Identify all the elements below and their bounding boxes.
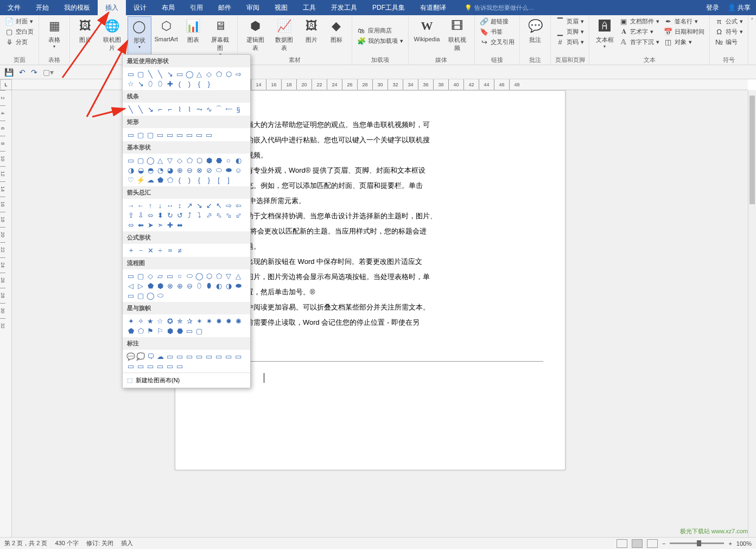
zoom-in-button[interactable]: + — [728, 540, 732, 547]
equation-button[interactable]: π公式 ▾ — [713, 16, 745, 26]
shape-item[interactable]: ↓ — [155, 200, 165, 210]
shape-item[interactable]: ○ — [224, 155, 233, 165]
shape-item[interactable]: ↘ — [194, 200, 204, 210]
shape-item[interactable]: ⬠ — [214, 69, 224, 79]
shape-item[interactable]: ☁ — [145, 175, 155, 185]
shape-item[interactable]: ▭ — [185, 351, 194, 361]
undo-button[interactable]: ↶ — [19, 68, 26, 77]
wordart-button[interactable]: 𝐀艺术字 ▾ — [618, 27, 661, 36]
shape-item[interactable]: ⬬ — [224, 165, 233, 175]
vertical-scrollbar[interactable] — [748, 90, 756, 537]
shape-item[interactable]: ⬌ — [175, 220, 185, 230]
shape-item[interactable]: ⬠ — [214, 271, 224, 281]
zoom-level[interactable]: 100% — [736, 540, 752, 547]
menu-templates[interactable]: 我的模板 — [56, 0, 98, 15]
shape-item[interactable]: ◁ — [126, 281, 136, 291]
shape-item[interactable]: ▭ — [165, 130, 175, 140]
shape-item[interactable]: ← — [136, 200, 145, 210]
shape-item[interactable]: ▭ — [175, 361, 185, 371]
shape-item[interactable]: ▭ — [204, 351, 214, 361]
menu-developer[interactable]: 开发工具 — [323, 0, 365, 15]
shape-item[interactable]: ↔ — [165, 200, 175, 210]
shape-item[interactable]: ⌐ — [155, 104, 165, 114]
shape-item[interactable]: ↘ — [165, 69, 175, 79]
shape-item[interactable]: ◑ — [126, 165, 136, 175]
shape-item[interactable]: ★ — [145, 316, 155, 326]
shape-item[interactable]: ○ — [175, 271, 185, 281]
shape-item[interactable]: ╲ — [155, 69, 165, 79]
shape-item[interactable]: ( — [175, 79, 185, 89]
pagenum-button[interactable]: #页码 ▾ — [554, 37, 586, 47]
shape-item[interactable]: ▢ — [194, 326, 204, 336]
shape-item[interactable]: ▭ — [175, 69, 185, 79]
redo-button[interactable]: ↷ — [31, 68, 37, 77]
menu-pdf[interactable]: PDF工具集 — [365, 0, 412, 15]
shape-item[interactable]: ▢ — [136, 271, 145, 281]
blank-page-button[interactable]: ▢空白页 — [3, 27, 35, 36]
shape-item[interactable]: ⬁ — [214, 210, 224, 220]
shape-item[interactable]: ⬭ — [214, 165, 224, 175]
shape-item[interactable]: ☆ — [155, 316, 165, 326]
screenshot-button[interactable]: 🖥屏幕截图▾ — [206, 16, 234, 58]
shape-item[interactable]: [ — [214, 175, 224, 185]
element-image-button[interactable]: 🖼图片 — [300, 16, 323, 55]
shape-item[interactable]: ▭ — [145, 361, 155, 371]
shape-item[interactable]: ⬯ — [155, 79, 165, 89]
datetime-button[interactable]: 📅日期和时间 — [662, 27, 706, 36]
shape-item[interactable]: ☆ — [126, 79, 136, 89]
shape-item[interactable]: ▭ — [194, 351, 204, 361]
shape-item[interactable]: ↙ — [204, 200, 214, 210]
shape-item[interactable]: ⬠ — [136, 326, 145, 336]
shape-item[interactable]: ⬳ — [224, 104, 233, 114]
shape-item[interactable]: ▢ — [136, 69, 145, 79]
zoom-out-button[interactable]: − — [662, 540, 665, 547]
shape-item[interactable]: ⌒ — [214, 104, 224, 114]
shape-item[interactable]: ▭ — [136, 361, 145, 371]
shape-item[interactable]: ◯ — [185, 69, 194, 79]
shape-item[interactable]: ♡ — [126, 175, 136, 185]
menu-mailings[interactable]: 邮件 — [211, 0, 239, 15]
shape-item[interactable]: ⬅ — [136, 220, 145, 230]
logic-chart-button[interactable]: ⬢逻辑图表 — [241, 16, 269, 55]
shape-item[interactable]: ▭ — [175, 351, 185, 361]
shape-item[interactable]: ↺ — [175, 210, 185, 220]
shape-item[interactable]: ↑ — [145, 200, 155, 210]
shape-item[interactable]: ◔ — [155, 165, 165, 175]
shape-item[interactable]: ⚡ — [136, 175, 145, 185]
pictures-button[interactable]: 🖼图片 — [73, 16, 97, 58]
shape-item[interactable]: ◇ — [175, 155, 185, 165]
shape-item[interactable]: ➣ — [155, 220, 165, 230]
symbol-button[interactable]: Ω符号 ▾ — [713, 27, 745, 36]
shape-item[interactable]: ✚ — [165, 220, 175, 230]
shape-item[interactable]: ⤳ — [194, 104, 204, 114]
online-pictures-button[interactable]: 🌐联机图片 — [98, 16, 126, 58]
shape-item[interactable]: { — [194, 79, 204, 89]
shape-item[interactable]: ＋ — [126, 245, 136, 255]
shape-item[interactable]: ⊗ — [165, 281, 175, 291]
shape-item[interactable]: ▭ — [214, 351, 224, 361]
view-read-button[interactable] — [617, 539, 627, 548]
shape-item[interactable]: △ — [194, 69, 204, 79]
shape-item[interactable]: ◒ — [136, 165, 145, 175]
shape-item[interactable]: ⇩ — [136, 210, 145, 220]
shape-item[interactable]: ⬃ — [233, 210, 243, 220]
shape-item[interactable]: ⬄ — [126, 220, 136, 230]
shape-item[interactable]: } — [204, 79, 214, 89]
shape-item[interactable]: ▭ — [126, 291, 136, 300]
shape-item[interactable]: ⇨ — [224, 200, 233, 210]
shape-item[interactable]: → — [126, 200, 136, 210]
shape-item[interactable]: ↻ — [165, 210, 175, 220]
object-button[interactable]: ◫对象 ▾ — [662, 37, 706, 47]
shape-item[interactable]: ╲ — [145, 69, 155, 79]
shape-item[interactable]: ⤴ — [185, 210, 194, 220]
shape-item[interactable]: ▭ — [126, 69, 136, 79]
shape-item[interactable]: ⊖ — [185, 281, 194, 291]
shape-item[interactable]: ◇ — [204, 69, 214, 79]
share-button[interactable]: 👤共享 — [728, 3, 751, 12]
shape-item[interactable]: ▭ — [126, 155, 136, 165]
shape-item[interactable]: 💭 — [136, 351, 145, 361]
shape-item[interactable]: ⊖ — [185, 165, 194, 175]
shape-item[interactable]: ↗ — [185, 200, 194, 210]
scrollbar-thumb[interactable] — [749, 96, 755, 204]
shape-item[interactable]: ⬢ — [204, 155, 214, 165]
